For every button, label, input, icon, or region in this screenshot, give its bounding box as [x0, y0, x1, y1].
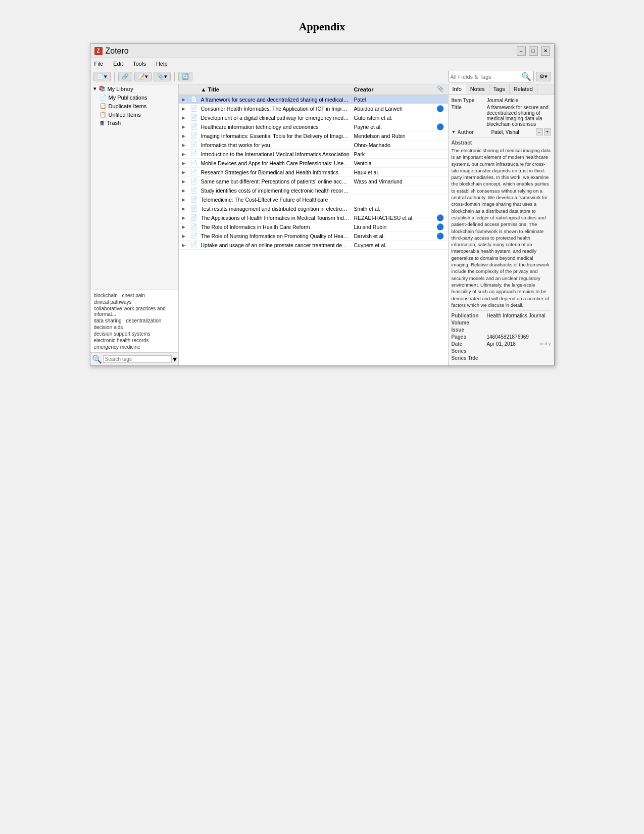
new-item-button[interactable]: 📄▾	[93, 72, 111, 81]
add-attachment-button[interactable]: 📎▾	[154, 72, 171, 81]
row-creator: Ventola	[352, 159, 433, 167]
table-row[interactable]: ▶ 📄 Telemedicine: The Cost-Effective Fut…	[179, 195, 448, 204]
minimize-button[interactable]: –	[517, 47, 526, 56]
abstract-text[interactable]: The electronic sharing of medical imagin…	[452, 147, 551, 308]
row-creator: Wass and Vimarlund	[352, 177, 433, 186]
tag-chest-pain[interactable]: chest pain	[122, 293, 145, 298]
row-type-icon: 📄	[189, 214, 199, 221]
date-value[interactable]: Apr 01, 2018	[487, 341, 539, 347]
table-row[interactable]: ▶ 📄 The Role of Nursing Informatics on P…	[179, 231, 448, 241]
sidebar-item-unfiled[interactable]: 📋 Unfiled Items	[90, 110, 178, 119]
header-attachment[interactable]: 📎	[433, 85, 448, 94]
row-title: Telemedicine: The Cost-Effective Future …	[199, 196, 352, 204]
publication-value[interactable]: Health Informatics Journal	[487, 313, 551, 318]
menu-tools[interactable]: Tools	[131, 60, 148, 67]
row-type-icon: 📄	[189, 123, 199, 130]
tag-search-input[interactable]	[103, 355, 172, 363]
sidebar-label-my-publications: My Publications	[109, 95, 147, 101]
tag-ehr[interactable]: electronic health records	[94, 338, 149, 343]
table-row[interactable]: ▶ 📄 The Role of Informatics in Health Ca…	[179, 222, 448, 231]
item-type-label: Item Type	[452, 98, 487, 103]
tag-decision-support[interactable]: decision support systems	[94, 331, 151, 337]
table-row[interactable]: ▶ 📄 Consumer Health Informatics: The App…	[179, 104, 448, 113]
row-creator: Ohno-Machado	[352, 141, 433, 149]
tag-decision-aids[interactable]: decision aids	[94, 325, 123, 330]
table-row[interactable]: ▶ 📄 Uptake and usage of an online prosta…	[179, 241, 448, 250]
expand-arrow: ▾	[93, 85, 96, 92]
row-attachment: 🔵	[433, 105, 448, 112]
divider-2	[452, 310, 551, 311]
add-by-identifier-button[interactable]: 🔗	[118, 72, 132, 81]
tag-data-sharing[interactable]: data sharing	[94, 318, 122, 323]
tab-tags[interactable]: Tags	[489, 84, 510, 94]
table-row[interactable]: ▶ 📄 Mobile Devices and Apps for Health C…	[179, 159, 448, 168]
row-expand: ▶	[179, 143, 189, 148]
tab-info[interactable]: Info	[449, 84, 466, 94]
author-value[interactable]: Patel, Vishal	[491, 129, 535, 135]
table-row[interactable]: ▶ 📄 Same same but different: Perceptions…	[179, 177, 448, 186]
table-row[interactable]: ▶ 📄 Test results management and distribu…	[179, 204, 448, 213]
row-type-icon: 📄	[189, 160, 199, 166]
series-title-row: Series Title	[452, 355, 551, 361]
sync-button[interactable]: 🔄	[178, 72, 192, 81]
volume-label: Volume	[452, 320, 487, 326]
table-row[interactable]: ▶ 📄 Introduction to the International Me…	[179, 150, 448, 159]
menu-help[interactable]: Help	[154, 60, 170, 67]
row-title: Same same but different: Perceptions of …	[199, 177, 352, 186]
sidebar-item-duplicate-items[interactable]: 📋 Duplicate Items	[90, 102, 178, 110]
header-title[interactable]: ▲ Title	[199, 85, 352, 94]
row-type-icon: 📄	[189, 187, 199, 194]
table-row[interactable]: ▶ 📄 The Applications of Health Informati…	[179, 213, 448, 222]
tag-list-options-icon[interactable]: ▾	[173, 354, 177, 364]
tab-related[interactable]: Related	[510, 84, 537, 94]
row-creator: Smith et al.	[352, 205, 433, 213]
pages-value[interactable]: 146045821876969	[487, 334, 551, 340]
right-panel: Info Notes Tags Related Item Type Journa…	[448, 84, 554, 365]
tag-emergency-medicine[interactable]: emergency medicine	[94, 344, 140, 350]
page-title: Appendix	[299, 20, 345, 33]
tag-search-icon: 🔍	[92, 354, 102, 364]
tag-collab-work[interactable]: collaborative work practices and informa…	[94, 306, 175, 317]
row-title: Test results management and distributed …	[199, 205, 352, 213]
maximize-button[interactable]: □	[529, 47, 538, 56]
author-label: Author	[457, 129, 491, 135]
sidebar-item-my-library[interactable]: ▾ 📚 My Library	[90, 84, 178, 93]
row-expand: ▶	[179, 179, 189, 184]
abstract-section: Abstract The electronic sharing of medic…	[452, 140, 551, 308]
tab-notes[interactable]: Notes	[466, 84, 489, 94]
new-note-button[interactable]: 📝▾	[134, 72, 152, 81]
table-row[interactable]: ▶ 📄 Development of a digital clinical pa…	[179, 113, 448, 122]
author-remove-button[interactable]: –	[536, 128, 543, 135]
row-creator: Haux et al.	[352, 168, 433, 176]
row-creator	[352, 190, 433, 192]
table-row[interactable]: ▶ 📄 A framework for secure and decentral…	[179, 95, 448, 104]
table-row[interactable]: ▶ 📄 Research Strategies for Biomedical a…	[179, 168, 448, 177]
menu-edit[interactable]: Edit	[111, 60, 125, 67]
table-row[interactable]: ▶ 📄 Informatics that works for you Ohno-…	[179, 141, 448, 150]
row-type-icon: 📄	[189, 242, 199, 248]
library-icon: 📚	[98, 85, 106, 92]
table-row[interactable]: ▶ 📄 Healthcare information technology an…	[179, 122, 448, 131]
row-expand: ▶	[179, 133, 189, 138]
row-expand: ▶	[179, 215, 189, 220]
table-row[interactable]: ▶ 📄 Study identifies costs of implementi…	[179, 186, 448, 195]
author-add-button[interactable]: +	[544, 128, 551, 135]
row-type-icon: 📄	[189, 151, 199, 157]
sidebar-item-trash[interactable]: 🗑 Trash	[90, 119, 178, 127]
row-title: Study identifies costs of implementing e…	[199, 187, 352, 195]
header-creator[interactable]: Creator	[352, 85, 433, 94]
title-value[interactable]: A framework for secure and decentralized…	[487, 105, 551, 127]
sidebar-item-my-publications[interactable]: 📄 My Publications	[90, 93, 178, 102]
row-title: Mobile Devices and Apps for Health Care …	[199, 159, 352, 167]
unfiled-icon: 📋	[100, 111, 107, 118]
close-button[interactable]: ✕	[541, 47, 550, 56]
menu-file[interactable]: File	[92, 60, 106, 67]
search-box: 🔍	[448, 71, 534, 82]
tag-clinical-pathways[interactable]: clinical pathways	[94, 299, 132, 305]
search-input[interactable]	[451, 74, 521, 80]
table-row[interactable]: ▶ 📄 Imaging Informatics: Essential Tools…	[179, 131, 448, 141]
tag-blockchain[interactable]: blockchain	[94, 293, 118, 298]
tag-decentralization[interactable]: decentralization	[126, 318, 161, 323]
item-type-value[interactable]: Journal Article	[487, 98, 551, 103]
advanced-search-button[interactable]: ⚙▾	[536, 72, 551, 81]
